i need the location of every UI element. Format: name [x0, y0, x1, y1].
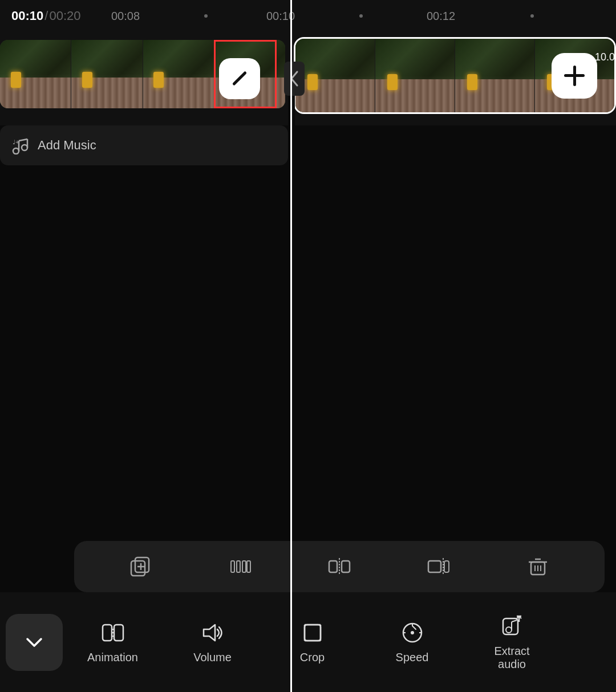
- ruler-dot-1: [204, 14, 208, 18]
- volume-icon: [200, 620, 225, 645]
- nav-item-speed[interactable]: Speed: [362, 603, 462, 682]
- svg-rect-15: [342, 561, 350, 572]
- svg-rect-6: [131, 561, 145, 576]
- svg-rect-14: [329, 561, 337, 572]
- svg-rect-32: [305, 625, 321, 641]
- video-thumb-r1: [295, 39, 375, 112]
- svg-text:♩+: ♩+: [13, 139, 19, 145]
- plus-v-icon: [573, 66, 576, 86]
- light-r1: [307, 74, 318, 90]
- ruler-mark-12: 00:12: [427, 9, 455, 22]
- collapse-button[interactable]: [6, 614, 63, 671]
- video-thumb-1: [0, 40, 71, 108]
- light-3: [153, 72, 164, 88]
- ruler-marks: 00:08 00:10 00:12: [0, 0, 616, 31]
- svg-point-44: [506, 627, 512, 633]
- split-button[interactable]: [328, 555, 351, 578]
- svg-rect-26: [103, 625, 112, 641]
- svg-rect-12: [242, 561, 246, 572]
- bottom-nav: Animation Volume Crop: [0, 592, 616, 692]
- svg-rect-13: [247, 561, 250, 572]
- timeline-header: 00:10 / 00:20 00:08 00:10 00:12: [0, 0, 616, 31]
- svg-line-42: [412, 626, 416, 629]
- duplicate-icon: [129, 555, 152, 578]
- clip-duration-label: 10.0s: [595, 51, 616, 63]
- music-note-icon: ♩+: [11, 136, 30, 154]
- speed-label: Speed: [396, 651, 429, 664]
- freeze-icon: [229, 555, 252, 578]
- speed-icon: [400, 620, 425, 645]
- svg-point-4: [22, 145, 27, 150]
- video-thumb-r2: [375, 39, 455, 112]
- delete-button[interactable]: [526, 555, 549, 578]
- animation-label: Animation: [87, 651, 138, 664]
- split-icon: [328, 555, 351, 578]
- svg-rect-17: [428, 561, 441, 572]
- music-icon-wrap: ♩+: [11, 136, 30, 154]
- duplicate-button[interactable]: [129, 555, 152, 578]
- svg-marker-31: [204, 625, 215, 641]
- trim-end-icon: [427, 555, 450, 578]
- add-music-label: Add Music: [38, 138, 96, 153]
- light-r3: [467, 74, 477, 90]
- light-2: [82, 72, 92, 88]
- editing-toolbar: [74, 541, 605, 592]
- nav-item-crop[interactable]: Crop: [262, 603, 362, 682]
- track-area: 10.0s: [0, 31, 616, 125]
- light-r2: [387, 74, 398, 90]
- extract-audio-label: Extract audio: [494, 645, 529, 671]
- svg-rect-11: [237, 561, 240, 572]
- svg-rect-27: [114, 625, 123, 641]
- svg-rect-10: [231, 561, 234, 572]
- video-thumb-3: [143, 40, 214, 108]
- svg-rect-7: [135, 557, 149, 572]
- freeze-frame-button[interactable]: [229, 555, 252, 578]
- ruler-dot-3: [530, 14, 534, 18]
- nav-item-volume[interactable]: Volume: [163, 603, 262, 682]
- middle-area: [0, 168, 616, 501]
- ruler-mark-8: 00:08: [111, 9, 140, 22]
- remove-clip-button[interactable]: [219, 58, 260, 99]
- crop-icon: [300, 620, 325, 645]
- svg-point-0: [13, 148, 19, 154]
- trim-end-button[interactable]: [427, 555, 450, 578]
- volume-label: Volume: [193, 651, 232, 664]
- add-clip-button[interactable]: [552, 53, 597, 99]
- trash-icon: [526, 555, 549, 578]
- playhead[interactable]: [290, 0, 292, 692]
- video-thumb-2: [71, 40, 142, 108]
- video-thumb-r3: [455, 39, 534, 112]
- minus-icon: [232, 71, 247, 86]
- nav-item-extract-audio[interactable]: Extract audio: [462, 603, 562, 682]
- crop-label: Crop: [300, 651, 325, 664]
- nav-item-animation[interactable]: Animation: [63, 603, 163, 682]
- svg-line-46: [512, 620, 517, 622]
- extract-audio-icon: [500, 614, 525, 639]
- chevron-down-icon: [23, 631, 46, 654]
- animation-icon: [100, 620, 125, 645]
- svg-point-38: [411, 631, 414, 634]
- clip-right[interactable]: 10.0s: [294, 37, 616, 114]
- light-1: [11, 72, 21, 88]
- svg-line-2: [19, 139, 27, 141]
- ruler-dot-2: [359, 14, 363, 18]
- add-music-bar[interactable]: ♩+ Add Music: [0, 125, 288, 165]
- svg-rect-18: [444, 561, 449, 572]
- clip-boundary-arrow[interactable]: [284, 62, 305, 96]
